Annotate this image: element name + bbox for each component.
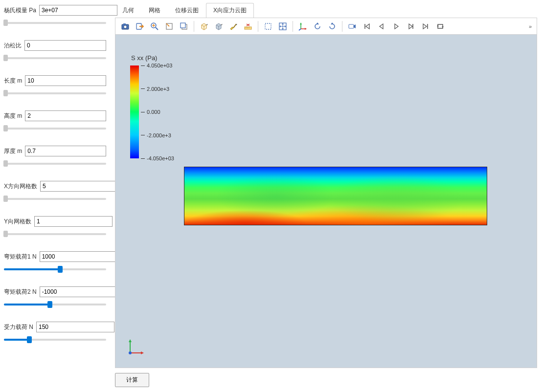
compute-row: 计算: [115, 368, 537, 387]
param-slider[interactable]: [4, 335, 106, 343]
skip-last-icon[interactable]: [419, 20, 432, 33]
svg-marker-33: [305, 28, 307, 30]
rotate-ccw-icon[interactable]: [311, 20, 324, 33]
param-label: 高度 m: [4, 112, 22, 120]
param-input[interactable]: [36, 322, 114, 332]
sidebar: 杨氏模量 Pa 泊松比 长度 m 高度 m: [0, 0, 110, 392]
svg-line-5: [156, 27, 158, 30]
param-input[interactable]: [25, 110, 106, 121]
play-icon[interactable]: [389, 20, 403, 33]
param-label: X方向网格数: [4, 182, 37, 191]
param-label: 弯矩载荷1 N: [4, 253, 37, 261]
svg-marker-36: [331, 22, 334, 24]
svg-point-1: [124, 25, 127, 28]
legend-tick: 2.000e+3: [141, 86, 169, 92]
select-box-icon[interactable]: [162, 20, 176, 33]
toolbar-overflow[interactable]: »: [527, 23, 534, 29]
param-input[interactable]: [34, 216, 113, 227]
param-group: 杨氏模量 Pa: [4, 5, 106, 26]
svg-marker-43: [409, 24, 412, 29]
toolbar-separator: [258, 21, 258, 32]
export-icon[interactable]: [133, 20, 147, 33]
svg-rect-22: [265, 23, 271, 29]
record-icon[interactable]: [345, 20, 359, 33]
param-row: 受力载荷 N: [4, 322, 106, 332]
svg-rect-11: [181, 23, 185, 28]
param-slider[interactable]: [4, 195, 106, 202]
param-group: 受力载荷 N: [4, 322, 106, 343]
param-slider[interactable]: [4, 19, 106, 26]
loop-icon[interactable]: [433, 20, 447, 33]
svg-marker-31: [300, 22, 302, 24]
param-group: 弯矩载荷1 N: [4, 251, 106, 273]
skip-first-icon[interactable]: [360, 20, 374, 33]
legend-colorbar: [130, 65, 139, 158]
param-group: 高度 m: [4, 110, 106, 132]
param-input[interactable]: [39, 5, 117, 16]
svg-rect-37: [349, 24, 354, 28]
tab[interactable]: 位移云图: [168, 3, 206, 18]
legend-tick: 0.000: [141, 109, 160, 115]
param-slider[interactable]: [4, 230, 106, 238]
svg-marker-35: [316, 22, 319, 24]
param-label: Y向网格数: [4, 218, 31, 226]
param-input[interactable]: [25, 75, 106, 86]
param-input[interactable]: [24, 40, 106, 51]
compute-button[interactable]: 计算: [115, 373, 149, 387]
param-group: 泊松比: [4, 40, 106, 62]
ruler-icon[interactable]: [241, 20, 255, 33]
param-row: 长度 m: [4, 75, 106, 86]
toolbar-separator: [293, 21, 293, 32]
svg-rect-2: [123, 23, 126, 25]
param-row: 厚度 m: [4, 146, 106, 156]
param-slider[interactable]: [4, 89, 106, 97]
param-label: 长度 m: [4, 77, 22, 85]
param-slider[interactable]: [4, 300, 106, 308]
dashed-select-icon[interactable]: [261, 20, 275, 33]
legend-title: S xx (Pa): [131, 54, 180, 62]
tab[interactable]: 网格: [141, 3, 168, 18]
tab-bar: 几何网格位移云图X向应力云图: [115, 3, 537, 18]
cube-solid-icon[interactable]: [212, 20, 226, 33]
param-input[interactable]: [40, 181, 118, 192]
param-label: 泊松比: [4, 42, 22, 50]
viewer-canvas[interactable]: S xx (Pa) 4.050e+032.000e+30.000-2.000e+…: [115, 35, 537, 368]
zoom-icon[interactable]: [148, 20, 161, 33]
param-slider[interactable]: [4, 124, 106, 132]
tab[interactable]: 几何: [115, 3, 141, 18]
toolbar-separator: [342, 21, 342, 32]
brush-icon[interactable]: [226, 20, 240, 33]
param-slider[interactable]: [4, 265, 106, 273]
select-front-icon[interactable]: [177, 20, 191, 33]
toolbar-separator: [194, 21, 194, 32]
legend-ticks: 4.050e+032.000e+30.000-2.000e+3-4.050e+0…: [141, 65, 180, 158]
param-row: 泊松比: [4, 40, 106, 51]
param-slider[interactable]: [4, 54, 106, 62]
param-row: X方向网格数: [4, 181, 106, 192]
camera-icon[interactable]: [118, 20, 132, 33]
tab[interactable]: X向应力云图: [206, 3, 254, 18]
svg-marker-50: [129, 339, 132, 342]
param-slider[interactable]: [4, 159, 106, 167]
cube-outline-icon[interactable]: [197, 20, 211, 33]
fit-extents-icon[interactable]: [276, 20, 290, 33]
param-input[interactable]: [40, 286, 118, 297]
step-forward-icon[interactable]: [404, 20, 418, 33]
app-root: 杨氏模量 Pa 泊松比 长度 m 高度 m: [0, 0, 543, 392]
param-row: 杨氏模量 Pa: [4, 5, 106, 16]
param-label: 厚度 m: [4, 147, 22, 155]
svg-marker-47: [437, 25, 439, 26]
param-label: 受力载荷 N: [4, 323, 33, 331]
param-row: 弯矩载荷1 N: [4, 251, 106, 262]
rotate-cw-icon[interactable]: [325, 20, 339, 33]
step-back-icon[interactable]: [375, 20, 388, 33]
main-panel: 几何网格位移云图X向应力云图 » S xx (Pa) 4.050e+032.00…: [110, 0, 543, 392]
svg-point-53: [129, 351, 132, 354]
param-row: Y向网格数: [4, 216, 106, 227]
svg-marker-41: [380, 24, 383, 29]
viewer-toolbar: »: [115, 18, 537, 35]
param-input[interactable]: [25, 146, 106, 156]
param-input[interactable]: [40, 251, 118, 262]
axes-icon[interactable]: [296, 20, 310, 33]
param-group: 厚度 m: [4, 146, 106, 167]
